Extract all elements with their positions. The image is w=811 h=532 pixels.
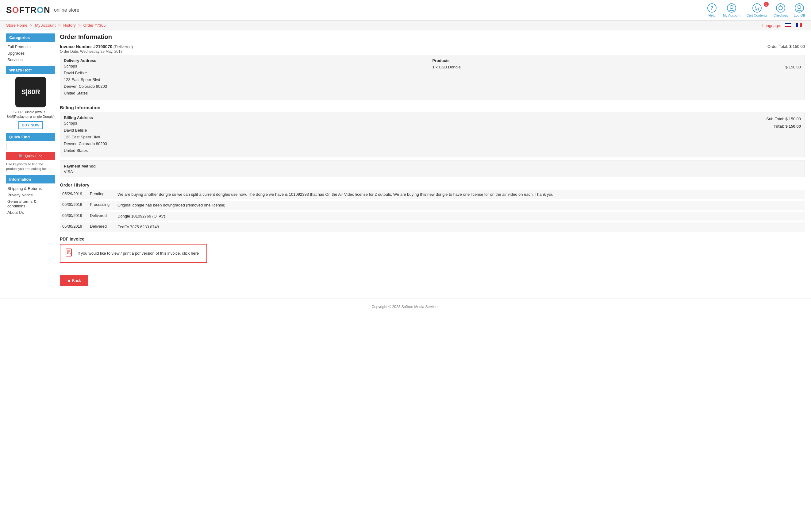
svg-point-4 (753, 4, 761, 12)
payment-method-label: Payment Method (64, 164, 801, 168)
language-label: Language: (762, 23, 781, 28)
categories-title: Categories (6, 33, 55, 42)
invoice-status: (Delivered) (113, 45, 133, 49)
history-row-3: 05/30/2019 Delivered FedEx 7875 6233 874… (60, 223, 805, 232)
billing-info-title: Billing Information (60, 105, 805, 110)
product-price: $ 150.00 (785, 65, 801, 69)
help-nav-item[interactable]: ? Help (707, 3, 717, 17)
quick-find-input[interactable] (6, 143, 55, 150)
cart-nav-item[interactable]: 1 Cart Contents (747, 3, 767, 17)
information-section: Information Shipping & Returns Privacy N… (6, 175, 55, 216)
info-terms[interactable]: General terms & conditions (6, 198, 55, 209)
product-thumbnail: S|80R (15, 77, 46, 107)
history-date-1: 05/30/2019 (62, 202, 87, 208)
pdf-invoice-text: If you would like to view / print a pdf … (78, 251, 199, 256)
product-row: 1 x USB Dongle $ 150.00 (432, 65, 801, 69)
logoff-nav-item[interactable]: Log Off (794, 3, 805, 17)
sidebar-item-services[interactable]: Services (6, 57, 55, 63)
info-about[interactable]: About Us (6, 209, 55, 216)
product-line-text: 1 x USB Dongle (432, 65, 461, 69)
history-note-2: Dongle 101092769 (OTAV) (118, 213, 165, 219)
logoff-label: Log Off (794, 14, 805, 17)
product-thumb-text: S|80R (21, 88, 40, 96)
breadcrumb-home[interactable]: Store Home (6, 23, 27, 28)
quick-find-hint: Use keywords to find the product you are… (6, 162, 55, 171)
delivery-address-block: Scripps David Belisle 123 East Speer Blv… (64, 63, 432, 97)
header-nav: ? Help My Account 1 Cart Contents (707, 3, 805, 17)
delivery-name1: Scripps (64, 63, 432, 70)
order-date: Order Date: Wednesday 29 May, 2019 (60, 49, 122, 54)
page-title: Order Information (60, 33, 805, 41)
back-button[interactable]: ◀ Back (60, 275, 88, 286)
delivery-addr2: Denver, Colorado 80203 (64, 83, 432, 90)
logo: SOFTRON (6, 5, 50, 15)
history-status-0: Pending (90, 192, 114, 198)
flag-fr-icon[interactable] (796, 23, 802, 27)
logoff-icon (794, 3, 804, 13)
breadcrumb-sep2: > (58, 23, 62, 28)
history-note-1: Original dongle has been downgraded (rem… (118, 202, 227, 208)
info-privacy[interactable]: Privacy Notice (6, 192, 55, 198)
product-description: S|80R Bundle (8xMR + 8xM|Replay on a sin… (6, 110, 55, 119)
back-label: Back (72, 278, 81, 283)
cart-badge: 1 (764, 2, 769, 7)
checkout-icon (776, 3, 785, 13)
history-note-3: FedEx 7875 6233 8748 (118, 224, 159, 230)
quick-find-section: Quick Find 🔍 Quick Find Use keywords to … (6, 133, 55, 171)
invoice-number: Invoice Number #2190070 (60, 44, 112, 49)
logo-subtitle: online store (54, 7, 79, 13)
payment-section: Payment Method VISA (60, 161, 805, 177)
history-row-0: 05/29/2019 Pending We are buying another… (60, 190, 805, 199)
buy-now-button[interactable]: BUY NOW (18, 121, 43, 129)
billing-address-section: Billing Address Scripps David Belisle 12… (60, 112, 805, 157)
logo-area: SOFTRON online store (6, 5, 79, 15)
quick-find-button[interactable]: 🔍 Quick Find (6, 152, 55, 160)
copyright: Copyright © 2023 Softron Media Services (372, 305, 440, 309)
search-icon: 🔍 (19, 154, 23, 158)
sidebar-item-full-products[interactable]: Full Products (6, 44, 55, 50)
pdf-section: PDF Invoice PDF If you would like to vie… (60, 237, 805, 263)
breadcrumb-order[interactable]: Order #7365 (83, 23, 106, 28)
billing-name2: David Belisle (64, 127, 107, 134)
main-layout: Categories Full Products Upgrades Servic… (0, 30, 811, 292)
account-icon (726, 3, 736, 13)
breadcrumb-myaccount[interactable]: My Account (35, 23, 56, 28)
checkout-label: Checkout (774, 14, 788, 17)
svg-point-6 (758, 10, 758, 10)
svg-text:?: ? (710, 5, 714, 11)
history-status-3: Delivered (90, 224, 114, 230)
history-date-3: 05/30/2019 (62, 224, 87, 230)
main-content: Order Information Invoice Number #219007… (60, 33, 805, 289)
pdf-invoice-box[interactable]: PDF If you would like to view / print a … (60, 244, 207, 263)
sidebar-item-upgrades[interactable]: Upgrades (6, 50, 55, 57)
billing-address-row: Billing Address Scripps David Belisle 12… (64, 115, 801, 154)
language-area: Language: (761, 23, 803, 28)
history-status-2: Delivered (90, 213, 114, 219)
payment-method-value: VISA (64, 169, 801, 174)
products-col: Products 1 x USB Dongle $ 150.00 (432, 58, 801, 97)
history-row-1: 05/30/2019 Processing Original dongle ha… (60, 201, 805, 210)
footer: Copyright © 2023 Softron Media Services (0, 298, 811, 315)
delivery-address-label: Delivery Address (64, 58, 432, 63)
billing-name1: Scripps (64, 120, 107, 127)
breadcrumb-history[interactable]: History (63, 23, 75, 28)
checkout-nav-item[interactable]: Checkout (774, 3, 788, 17)
products-label: Products (432, 58, 801, 63)
order-total: Order Total: $ 150.00 (767, 44, 805, 49)
my-account-label: My Account (723, 14, 740, 17)
whats-hot-title: What's Hot? (6, 66, 55, 74)
delivery-address-col: Delivery Address Scripps David Belisle 1… (64, 58, 432, 97)
history-date-0: 05/29/2019 (62, 192, 87, 198)
flag-uk-icon[interactable] (785, 23, 791, 27)
info-shipping[interactable]: Shipping & Returns (6, 185, 55, 192)
invoice-header: Invoice Number #2190070 (Delivered) Orde… (60, 44, 133, 54)
help-icon: ? (707, 3, 717, 13)
svg-point-8 (779, 6, 782, 10)
billing-address-col: Billing Address Scripps David Belisle 12… (64, 115, 107, 154)
my-account-nav-item[interactable]: My Account (723, 3, 740, 17)
cart-label: Cart Contents (747, 14, 767, 17)
subtotal-area: Sub-Total: $ 150.00 Total: $ 150.00 (766, 115, 801, 154)
invoice-header-row: Invoice Number #2190070 (Delivered) Orde… (60, 44, 805, 54)
history-date-2: 05/30/2019 (62, 213, 87, 219)
billing-addr2: Denver, Colorado 80203 (64, 140, 107, 147)
